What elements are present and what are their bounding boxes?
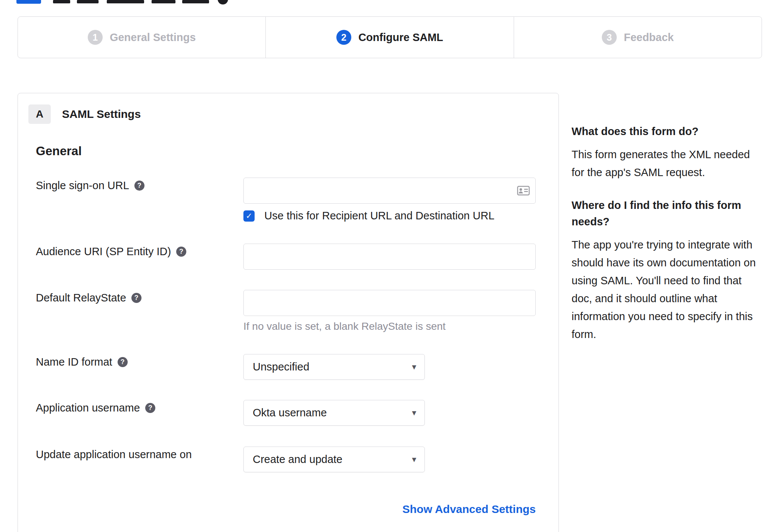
show-advanced-settings-link[interactable]: Show Advanced Settings	[402, 503, 536, 515]
name-id-format-label: Name ID format	[36, 355, 112, 369]
label-col: Name ID format ?	[36, 354, 243, 380]
form-row-update-application-username: Update application username on Create an…	[36, 447, 558, 472]
use-for-recipient-checkbox[interactable]: ✓	[243, 210, 255, 222]
label-col: Update application username on	[36, 447, 243, 472]
control-col: Unspecified ▾	[243, 354, 558, 380]
saml-settings-card: A SAML Settings General Single sign-on U…	[18, 93, 559, 532]
clipped-title-fragment	[107, 0, 144, 3]
control-col: Create and update ▾	[243, 447, 558, 472]
sidebar-body-what: This form generates the XML needed for t…	[572, 145, 758, 181]
default-relaystate-label: Default RelayState	[36, 291, 126, 305]
update-application-username-label: Update application username on	[36, 447, 192, 461]
form-row-default-relaystate: Default RelayState ? If no value is set,…	[36, 290, 558, 333]
form-row-audience-uri: Audience URI (SP Entity ID) ?	[36, 244, 558, 270]
sidebar-heading-where: Where do I find the info this form needs…	[572, 197, 758, 230]
section-a-badge: A	[28, 104, 51, 124]
card-header: A SAML Settings	[28, 104, 558, 124]
help-icon[interactable]: ?	[131, 293, 141, 303]
form-row-sso-url: Single sign-on URL ?	[36, 178, 558, 222]
control-col: Okta username ▾	[243, 400, 558, 426]
advanced-settings-row: Show Advanced Settings	[36, 503, 536, 516]
step-label: Configure SAML	[358, 31, 443, 44]
recipient-url-checkbox-label: Use this for Recipient URL and Destinati…	[264, 210, 494, 222]
saml-general-form: Single sign-on URL ?	[36, 178, 558, 516]
clipped-title-fragment	[77, 0, 99, 3]
clipped-title-fragment	[152, 0, 175, 3]
chevron-down-icon: ▾	[412, 454, 416, 464]
audience-uri-label: Audience URI (SP Entity ID)	[36, 244, 171, 259]
sidebar-heading-what: What does this form do?	[572, 123, 758, 140]
application-username-label: Application username	[36, 401, 140, 415]
label-col: Audience URI (SP Entity ID) ?	[36, 244, 243, 270]
step-number-badge: 2	[336, 30, 351, 45]
help-icon[interactable]: ?	[134, 181, 144, 191]
card-title: SAML Settings	[62, 108, 141, 121]
step-label: Feedback	[624, 31, 674, 44]
clipped-logo-fragment	[16, 0, 41, 4]
wizard-stepper: 1 General Settings 2 Configure SAML 3 Fe…	[18, 16, 762, 58]
relaystate-hint: If no value is set, a blank RelayState i…	[243, 320, 558, 333]
clipped-glyph-circle	[218, 0, 228, 4]
form-row-name-id-format: Name ID format ? Unspecified ▾	[36, 354, 558, 380]
sso-url-input-wrap	[243, 178, 536, 204]
label-col: Default RelayState ?	[36, 290, 243, 333]
audience-uri-input[interactable]	[243, 244, 536, 270]
default-relaystate-input[interactable]	[243, 290, 536, 316]
step-label: General Settings	[110, 31, 196, 44]
sso-url-label: Single sign-on URL	[36, 178, 129, 193]
step-configure-saml[interactable]: 2 Configure SAML	[265, 17, 513, 58]
help-icon[interactable]: ?	[145, 403, 155, 413]
label-col: Single sign-on URL ?	[36, 178, 243, 222]
chevron-down-icon: ▾	[412, 362, 416, 372]
control-col: If no value is set, a blank RelayState i…	[243, 290, 558, 333]
help-icon[interactable]: ?	[118, 357, 128, 367]
clipped-title-fragment	[182, 0, 209, 3]
control-col	[243, 244, 558, 270]
step-number-badge: 3	[602, 30, 617, 45]
select-value: Create and update	[253, 453, 342, 466]
application-username-select[interactable]: Okta username ▾	[243, 400, 425, 426]
general-section-heading: General	[36, 143, 558, 159]
control-col: ✓ Use this for Recipient URL and Destina…	[243, 178, 558, 222]
update-application-username-select[interactable]: Create and update ▾	[243, 447, 425, 472]
step-feedback[interactable]: 3 Feedback	[514, 17, 762, 58]
label-col: Application username ?	[36, 400, 243, 426]
clipped-page-title	[0, 0, 781, 5]
select-value: Okta username	[253, 407, 327, 419]
sidebar-body-where: The app you're trying to integrate with …	[572, 236, 758, 343]
help-icon[interactable]: ?	[176, 247, 186, 257]
sso-url-input[interactable]	[243, 178, 536, 204]
autofill-contact-icon[interactable]	[517, 186, 530, 195]
clipped-title-fragment	[53, 0, 70, 3]
help-sidebar: What does this form do? This form genera…	[572, 123, 758, 359]
chevron-down-icon: ▾	[412, 408, 416, 418]
recipient-url-checkbox-row: ✓ Use this for Recipient URL and Destina…	[243, 210, 558, 222]
name-id-format-select[interactable]: Unspecified ▾	[243, 354, 425, 380]
step-general-settings[interactable]: 1 General Settings	[18, 17, 265, 58]
select-value: Unspecified	[253, 361, 309, 373]
step-number-badge: 1	[88, 30, 103, 45]
form-row-application-username: Application username ? Okta username ▾	[36, 400, 558, 426]
